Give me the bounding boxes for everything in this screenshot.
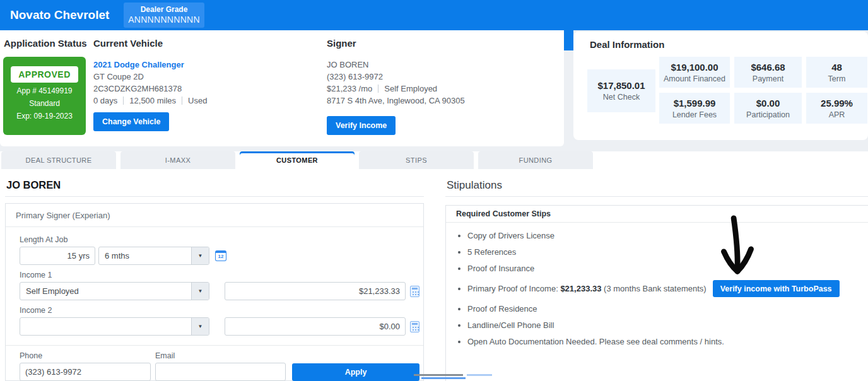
income1-select-toggle[interactable]: ▼ xyxy=(191,283,209,300)
tab-stips[interactable]: STIPS xyxy=(359,151,474,169)
income1-label: Income 1 xyxy=(20,271,419,279)
apply-button[interactable]: Apply xyxy=(292,363,419,381)
income2-amount-input[interactable] xyxy=(225,317,406,336)
change-vehicle-button[interactable]: Change Vehicle xyxy=(93,112,169,131)
stip-item-income: Primary Proof of Income: $21,233.33 (3 m… xyxy=(467,280,868,297)
signer-address: 8717 S 4th Ave, Inglewood, CA 90305 xyxy=(327,96,465,106)
stip-item: Proof of Residence xyxy=(467,304,868,314)
months-select-value: 6 mths xyxy=(99,247,191,264)
page: Novato Chevrolet Dealer Grade ANNNNNNNNN… xyxy=(0,0,868,381)
stips-list: Copy of Drivers License 5 References Pro… xyxy=(467,231,868,346)
email-label: Email xyxy=(155,351,286,360)
approval-status-card: APPROVED App # 45149919 Standard Exp: 09… xyxy=(3,57,86,135)
dealer-grade-label: Dealer Grade xyxy=(124,5,204,15)
primary-signer-panel-body: Length At Job 6 mths ▼ 12 Income 1 Self … xyxy=(6,227,423,381)
stip-item: Proof of Insurance xyxy=(467,264,868,273)
deal-metric-grid: $19,100.00 Amount Financed $646.68 Payme… xyxy=(659,57,867,124)
calculator-icon[interactable] xyxy=(410,321,419,332)
metric-term: 48 Term xyxy=(806,57,867,88)
clipped-bottom-widget xyxy=(409,373,494,381)
metric-value: $1,599.99 xyxy=(674,98,716,108)
verify-income-turbopass-button[interactable]: Verify income with TurboPass xyxy=(713,280,840,297)
net-check-label: Net Check xyxy=(603,93,640,102)
header-accent-patch xyxy=(564,30,573,50)
vehicle-trim: GT Coupe 2D xyxy=(93,72,207,82)
signer-name: JO BOREN xyxy=(327,60,465,70)
income2-type-select[interactable]: ▼ xyxy=(20,317,209,336)
vehicle-age: 0 days xyxy=(93,96,117,105)
customer-name-heading: JO BOREN xyxy=(6,179,61,191)
metric-lender-fees: $1,599.99 Lender Fees xyxy=(659,93,730,124)
application-status-heading: Application Status xyxy=(4,38,87,49)
metric-label: Term xyxy=(828,74,846,83)
chevron-down-icon: ▼ xyxy=(198,253,203,259)
chevron-down-icon: ▼ xyxy=(198,288,203,294)
stip-income-amount: $21,233.33 xyxy=(560,284,601,293)
metric-label: Payment xyxy=(753,74,783,83)
chevron-down-icon: ▼ xyxy=(198,324,203,329)
signer-phone: (323) 613-9972 xyxy=(327,72,465,82)
tab-funding[interactable]: FUNDING xyxy=(478,151,593,169)
stip-item: Open Auto Documentation Needed. Please s… xyxy=(467,337,868,346)
calendar-icon[interactable]: 12 xyxy=(215,250,226,261)
metric-value: $19,100.00 xyxy=(671,62,718,73)
metric-label: Participation xyxy=(746,110,790,119)
deal-information-heading: Deal Information xyxy=(590,39,664,50)
divider xyxy=(5,196,424,197)
stip-item: 5 References xyxy=(467,247,868,257)
calculator-icon[interactable] xyxy=(410,286,419,297)
tab-deal-structure[interactable]: DEAL STRUCTURE xyxy=(1,151,116,169)
stip-income-suffix: (3 months Bank statements) xyxy=(604,284,707,293)
metric-label: Lender Fees xyxy=(672,110,717,119)
income2-label: Income 2 xyxy=(20,306,419,315)
years-input[interactable] xyxy=(20,247,95,265)
income2-select-toggle[interactable]: ▼ xyxy=(191,318,209,335)
vehicle-meta: 0 days 12,500 miles Used xyxy=(93,96,207,105)
stip-item: Copy of Drivers License xyxy=(467,231,868,240)
signer-employment: Self Employed xyxy=(384,84,437,93)
app-tier: Standard xyxy=(3,99,86,108)
metric-amount-financed: $19,100.00 Amount Financed xyxy=(659,57,730,88)
metric-label: APR xyxy=(829,110,845,119)
primary-signer-panel: Primary Signer (Experian) Length At Job … xyxy=(5,203,424,381)
months-select[interactable]: 6 mths ▼ xyxy=(98,247,209,265)
metric-value: $646.68 xyxy=(751,62,785,73)
income1-row: Self Employed ▼ xyxy=(20,282,419,300)
metric-value: $0.00 xyxy=(756,98,780,108)
net-check-value: $17,850.01 xyxy=(597,80,645,91)
signer-heading: Signer xyxy=(327,38,465,49)
vehicle-vin: 2C3CDZKG2MH681378 xyxy=(93,84,207,94)
length-at-job-row: 6 mths ▼ 12 xyxy=(20,247,419,265)
signer-income: $21,233 /mo xyxy=(327,84,372,93)
clipped-bar xyxy=(414,374,463,376)
tab-i-maxx[interactable]: I-MAXX xyxy=(120,151,235,169)
stip-item: Landline/Cell Phone Bill xyxy=(467,320,868,330)
divider xyxy=(378,85,378,93)
income2-row: ▼ xyxy=(20,317,419,336)
dealer-grade-value: ANNNNNNNNNN xyxy=(124,15,204,25)
status-badge: APPROVED xyxy=(11,66,78,83)
signer-income-row: $21,233 /mo Self Employed xyxy=(327,84,465,93)
vehicle-link[interactable]: 2021 Dodge Challenger xyxy=(93,60,207,69)
email-input[interactable] xyxy=(155,363,286,381)
income1-type-value: Self Employed xyxy=(20,283,191,300)
clipped-bar xyxy=(421,377,466,379)
income1-amount-input[interactable] xyxy=(225,282,406,300)
months-select-toggle[interactable]: ▼ xyxy=(191,247,209,264)
current-vehicle-heading: Current Vehicle xyxy=(93,38,207,49)
vehicle-condition: Used xyxy=(188,96,207,105)
clipped-bar xyxy=(467,374,492,376)
income1-type-select[interactable]: Self Employed ▼ xyxy=(20,282,209,300)
stip-income-text: Primary Proof of Income: $21,233.33 (3 m… xyxy=(467,284,707,293)
metric-participation: $0.00 Participation xyxy=(734,93,802,124)
app-number: App # 45149919 xyxy=(3,86,86,95)
signer-column: Signer JO BOREN (323) 613-9972 $21,233 /… xyxy=(327,38,465,135)
metric-label: Amount Financed xyxy=(664,74,725,83)
metric-value: 48 xyxy=(831,62,842,73)
calendar-icon-number: 12 xyxy=(218,254,224,259)
metric-payment: $646.68 Payment xyxy=(734,57,802,88)
tab-customer[interactable]: CUSTOMER xyxy=(240,151,355,169)
verify-income-button[interactable]: Verify Income xyxy=(327,116,396,135)
vehicle-mileage: 12,500 miles xyxy=(129,96,176,105)
phone-input[interactable] xyxy=(20,363,151,381)
